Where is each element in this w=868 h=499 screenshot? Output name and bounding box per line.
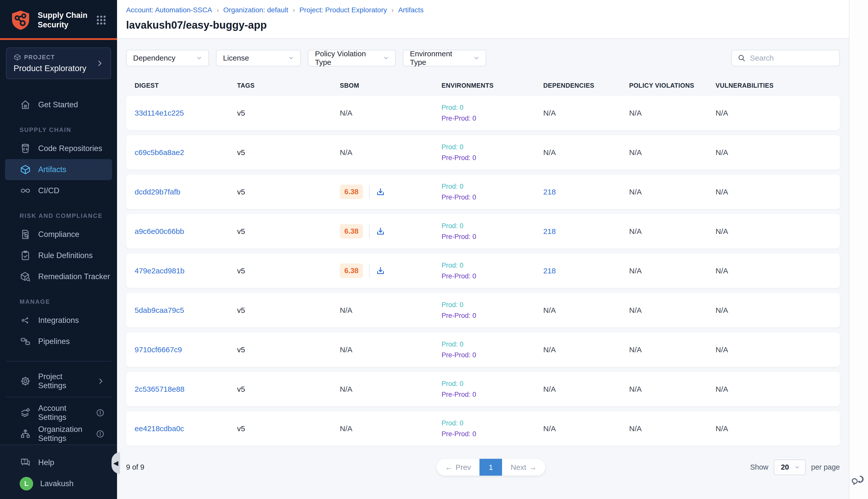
search-input[interactable] <box>750 54 847 62</box>
environments-cell: Prod: 0 Pre-Prod: 0 <box>442 419 543 438</box>
sidebar-item-remediation-tracker[interactable]: Remediation Tracker <box>5 266 112 287</box>
environment-type-filter-dropdown[interactable]: Environment Type <box>403 50 486 66</box>
digest-link[interactable]: c69c5b6a8ae2 <box>135 148 184 157</box>
digest-link[interactable]: 33d114e1c225 <box>135 109 184 117</box>
env-prod-value: Prod: 0 <box>442 419 463 427</box>
info-icon[interactable] <box>96 430 104 438</box>
feedback-chat-icon[interactable] <box>852 473 865 487</box>
sidebar-item-help[interactable]: ? Help <box>5 452 112 473</box>
breadcrumb-project[interactable]: Project: Product Exploratory <box>299 6 387 14</box>
sidebar-item-label: Code Repositories <box>38 144 102 153</box>
digest-link[interactable]: 9710cf6667c9 <box>135 345 182 354</box>
chevron-right-icon: › <box>392 6 394 14</box>
chevron-down-icon <box>383 55 389 61</box>
breadcrumb: Account: Automation-SSCA › Organization:… <box>126 6 840 14</box>
page-number-button[interactable]: 1 <box>480 459 502 476</box>
chevron-down-icon <box>196 55 202 61</box>
main-content: Account: Automation-SSCA › Organization:… <box>117 0 849 499</box>
vulnerabilities-value: N/A <box>716 306 728 315</box>
prev-page-label: Prev <box>456 463 471 472</box>
sbom-download-button[interactable] <box>375 227 385 236</box>
dependencies-value[interactable]: 218 <box>543 267 556 275</box>
search-icon <box>737 54 746 62</box>
environments-cell: Prod: 0 Pre-Prod: 0 <box>442 261 543 280</box>
per-page-control: Show 20 per page <box>750 460 840 475</box>
column-header-dependencies: DEPENDENCIES <box>543 82 629 89</box>
sbom-cell: N/A <box>340 109 442 117</box>
sbom-download-button[interactable] <box>375 266 385 276</box>
policy-violations-value: N/A <box>629 345 642 354</box>
dependencies-value[interactable]: 218 <box>543 227 556 236</box>
sidebar-item-cicd[interactable]: CI/CD <box>5 180 112 201</box>
compliance-document-icon <box>20 229 31 240</box>
infinity-icon <box>20 185 31 196</box>
sidebar-item-label: Get Started <box>38 100 78 109</box>
brand-title: Supply Chain Security <box>38 11 89 30</box>
env-preprod-value: Pre-Prod: 0 <box>442 272 476 280</box>
project-cube-icon <box>14 53 21 61</box>
sidebar-item-artifacts[interactable]: Artifacts <box>5 159 112 180</box>
policy-violation-type-filter-dropdown[interactable]: Policy Violation Type <box>308 50 396 66</box>
sidebar-item-project-settings[interactable]: Project Settings <box>5 370 112 392</box>
table-row: 2c5365718e88 v5 N/A Prod: 0 Pre-Prod: 0 … <box>126 372 840 406</box>
vulnerabilities-value: N/A <box>716 267 728 275</box>
chevron-right-icon: › <box>293 6 295 14</box>
scrollbar-gutter[interactable] <box>849 0 868 499</box>
vulnerabilities-value: N/A <box>716 227 728 236</box>
sidebar-item-label: Account Settings <box>38 404 89 422</box>
prev-page-button[interactable]: ← Prev <box>436 459 480 476</box>
sbom-download-button[interactable] <box>375 187 385 197</box>
column-header-tags: TAGS <box>237 82 340 89</box>
chevron-right-icon <box>96 60 103 67</box>
dependencies-value[interactable]: 218 <box>543 188 556 196</box>
vulnerabilities-value: N/A <box>716 148 728 157</box>
dependencies-value: N/A <box>543 345 556 354</box>
sidebar-item-compliance[interactable]: Compliance <box>5 224 112 245</box>
digest-link[interactable]: 2c5365718e88 <box>135 385 185 393</box>
dependencies-value: N/A <box>543 385 556 393</box>
sidebar-item-label: Pipelines <box>38 337 70 346</box>
digest-link[interactable]: 5dab9caa79c5 <box>135 306 184 315</box>
digest-link[interactable]: dcdd29b7fafb <box>135 188 180 196</box>
project-selector[interactable]: PROJECT Product Exploratory <box>6 48 111 79</box>
license-filter-label: License <box>223 54 249 62</box>
policy-violations-value: N/A <box>629 148 642 157</box>
env-prod-value: Prod: 0 <box>442 301 463 309</box>
sidebar-item-get-started[interactable]: Get Started <box>5 94 112 115</box>
table-body: 33d114e1c225 v5 N/A Prod: 0 Pre-Prod: 0 … <box>126 96 840 446</box>
sbom-na-value: N/A <box>340 345 352 354</box>
policy-violations-value: N/A <box>629 385 642 393</box>
breadcrumb-account[interactable]: Account: Automation-SSCA <box>126 6 212 14</box>
sbom-cell: N/A <box>340 306 442 315</box>
dependency-filter-dropdown[interactable]: Dependency <box>126 50 209 66</box>
vulnerabilities-value: N/A <box>716 109 728 117</box>
sidebar-item-code-repositories[interactable]: Code Repositories <box>5 138 112 159</box>
env-preprod-value: Pre-Prod: 0 <box>442 312 476 320</box>
sidebar-item-user[interactable]: L Lavakush <box>5 473 112 494</box>
environments-cell: Prod: 0 Pre-Prod: 0 <box>442 380 543 399</box>
page-title: lavakush07/easy-buggy-app <box>126 19 840 31</box>
page-header: Account: Automation-SSCA › Organization:… <box>117 0 849 39</box>
license-filter-dropdown[interactable]: License <box>216 50 301 66</box>
vulnerabilities-value: N/A <box>716 345 728 354</box>
sidebar-item-account-settings[interactable]: Account Settings <box>5 402 112 423</box>
sidebar-item-label: Rule Definitions <box>38 251 93 260</box>
sidebar-item-organization-settings[interactable]: Organization Settings <box>5 423 112 445</box>
env-prod-value: Prod: 0 <box>442 380 463 388</box>
sidebar-item-integrations[interactable]: Integrations <box>5 310 112 331</box>
app-grid-icon[interactable] <box>96 14 107 26</box>
breadcrumb-organization[interactable]: Organization: default <box>223 6 288 14</box>
next-page-button[interactable]: Next → <box>502 459 545 476</box>
per-page-value: 20 <box>781 463 789 471</box>
per-page-dropdown[interactable]: 20 <box>774 460 805 475</box>
digest-link[interactable]: 479e2acd981b <box>135 267 185 275</box>
digest-link[interactable]: ee4218cdba0c <box>135 424 184 433</box>
sidebar-item-pipelines[interactable]: Pipelines <box>5 331 112 352</box>
environment-type-filter-label: Environment Type <box>410 49 466 66</box>
env-prod-value: Prod: 0 <box>442 104 463 112</box>
environments-cell: Prod: 0 Pre-Prod: 0 <box>442 301 543 320</box>
digest-link[interactable]: a9c6e00c66bb <box>135 227 184 236</box>
info-icon[interactable] <box>96 409 104 417</box>
sidebar-item-rule-definitions[interactable]: Rule Definitions <box>5 245 112 266</box>
breadcrumb-artifacts[interactable]: Artifacts <box>398 6 423 14</box>
